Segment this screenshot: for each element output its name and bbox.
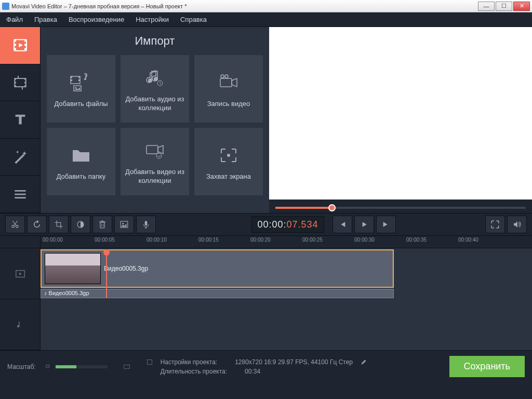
volume-button[interactable] [507, 216, 527, 233]
rotate-button[interactable] [27, 216, 47, 233]
menubar: Файл Правка Воспроизведение Настройки Сп… [0, 12, 532, 27]
playhead[interactable] [106, 249, 107, 298]
import-add-files[interactable]: Добавить файлы [47, 55, 115, 123]
svg-rect-28 [220, 78, 232, 87]
svg-rect-12 [24, 78, 26, 80]
svg-rect-17 [15, 197, 25, 198]
svg-marker-1 [19, 43, 23, 47]
svg-rect-7 [24, 48, 26, 50]
crop-button[interactable] [49, 216, 69, 233]
menu-help[interactable]: Справка [180, 16, 207, 23]
image-button[interactable] [114, 216, 134, 233]
svg-point-26 [154, 77, 158, 81]
next-frame-button[interactable] [376, 216, 396, 233]
import-title: Импорт [47, 27, 263, 55]
svg-rect-39 [145, 221, 148, 225]
tile-label: Добавить аудио из коллекции [125, 95, 185, 113]
svg-rect-15 [15, 190, 25, 192]
timeline: 00:00:00 00:00:05 00:00:10 00:00:15 00:0… [0, 236, 532, 350]
video-track-icon [15, 268, 26, 280]
menu-edit[interactable]: Правка [34, 16, 57, 23]
fullscreen-button[interactable] [485, 216, 505, 233]
svg-rect-44 [147, 360, 152, 364]
video-preview[interactable] [269, 27, 532, 200]
tab-more[interactable] [0, 176, 40, 213]
video-collection-icon [143, 138, 166, 164]
tab-effects[interactable] [0, 139, 40, 176]
tile-label: Добавить папку [57, 172, 106, 181]
delete-button[interactable] [92, 216, 112, 233]
svg-rect-4 [14, 48, 16, 50]
svg-marker-41 [19, 272, 22, 275]
svg-point-29 [221, 75, 224, 78]
window-titlebar: Movavi Video Editor – 7-дневная пробная … [0, 0, 532, 12]
folder-icon [71, 142, 91, 168]
import-add-audio[interactable]: Добавить аудио из коллекции [121, 55, 189, 123]
clip-filename: Видео0005.3gp [104, 265, 148, 272]
svg-rect-42 [46, 365, 49, 367]
svg-rect-20 [71, 79, 72, 81]
svg-point-33 [227, 154, 230, 157]
audio-clip-filename: Видео0005.3gp [49, 290, 89, 296]
tile-label: Захват экрана [206, 172, 251, 181]
cut-button[interactable] [5, 216, 25, 233]
color-adjust-button[interactable] [71, 216, 90, 233]
tab-filters[interactable] [0, 64, 40, 102]
film-import-icon [12, 37, 29, 54]
svg-rect-16 [15, 193, 25, 195]
tab-import[interactable] [0, 27, 40, 64]
svg-rect-2 [14, 40, 16, 42]
audio-track-label[interactable] [0, 299, 40, 350]
zoom-label: Масштаб: [7, 363, 36, 370]
menu-playback[interactable]: Воспроизведение [69, 16, 124, 23]
app-icon [2, 3, 9, 10]
close-button[interactable]: ✕ [513, 2, 530, 11]
svg-rect-6 [24, 44, 26, 46]
minimize-button[interactable]: — [478, 2, 495, 11]
svg-rect-31 [147, 145, 158, 154]
text-icon [12, 111, 29, 128]
time-prefix: 00:00: [257, 219, 286, 230]
video-clip[interactable]: Видео0005.3gp [41, 249, 394, 288]
menu-settings[interactable]: Настройки [136, 16, 169, 23]
svg-rect-21 [78, 76, 80, 78]
maximize-button[interactable]: ☐ [496, 2, 512, 11]
zoom-out-icon[interactable] [45, 363, 52, 370]
tab-titles[interactable] [0, 101, 40, 139]
tile-label: Добавить файлы [54, 100, 108, 109]
seek-thumb[interactable] [328, 204, 336, 211]
seek-bar[interactable] [269, 203, 532, 213]
menu-file[interactable]: Файл [6, 16, 23, 23]
settings-film-icon [146, 358, 153, 366]
zoom-in-icon[interactable] [123, 363, 130, 370]
audio-clip[interactable]: ♪ Видео0005.3gp [41, 289, 394, 298]
svg-rect-43 [124, 365, 129, 368]
import-add-folder[interactable]: Добавить папку [47, 128, 115, 195]
import-add-video-collection[interactable]: Добавить видео из коллекции [121, 128, 189, 195]
time-current: 07.534 [287, 219, 318, 230]
zoom-slider[interactable] [56, 365, 108, 368]
prev-frame-button[interactable] [332, 216, 352, 233]
video-track-label[interactable] [0, 248, 40, 299]
hamburger-icon [12, 186, 29, 203]
svg-rect-3 [14, 44, 16, 46]
svg-rect-19 [71, 76, 72, 78]
editor-toolbar: 00:00:07.534 [0, 213, 532, 236]
svg-point-25 [148, 78, 152, 83]
svg-rect-11 [15, 85, 16, 87]
play-button[interactable] [354, 216, 374, 233]
import-panel: Импорт Добавить файлы Добавить аудио из … [41, 27, 269, 213]
status-bar: Масштаб: Настройки проекта: 1280x720 16:… [0, 350, 532, 382]
left-tabbar [0, 27, 41, 213]
save-button[interactable]: Сохранить [449, 356, 525, 377]
svg-point-30 [225, 75, 228, 78]
camera-record-icon [217, 70, 240, 96]
import-record-video[interactable]: Запись видео [194, 55, 263, 123]
duration-label: Длительность проекта: [161, 368, 227, 375]
import-screen-capture[interactable]: Захват экрана [194, 128, 263, 195]
edit-pencil-icon[interactable] [360, 358, 367, 366]
mic-button[interactable] [136, 216, 156, 233]
timeline-ruler[interactable]: 00:00:00 00:00:05 00:00:10 00:00:15 00:0… [41, 236, 532, 248]
svg-rect-9 [15, 78, 16, 80]
project-settings-label: Настройки проекта: [161, 358, 217, 366]
